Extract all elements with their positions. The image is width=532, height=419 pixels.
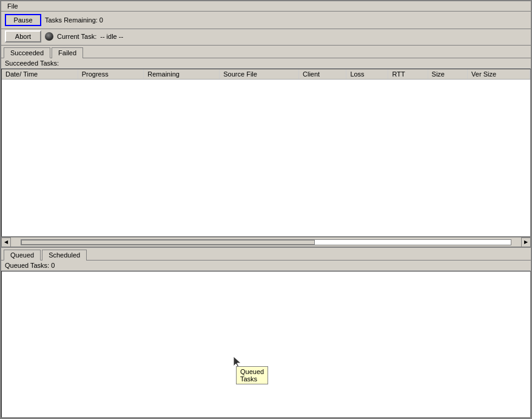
scrollbar-track[interactable] xyxy=(21,239,511,245)
lower-tabs-bar: Queued Scheduled xyxy=(1,248,531,261)
tooltip-queued-tasks: Queued Tasks xyxy=(236,366,268,384)
succeeded-table: Date/ Time Progress Remaining Source Fil… xyxy=(2,69,530,80)
col-source-file: Source File xyxy=(220,69,299,80)
col-ver-size: Ver Size xyxy=(468,69,530,80)
scroll-left-button[interactable]: ◀ xyxy=(1,237,11,247)
col-rtt: RTT xyxy=(388,69,428,80)
col-progress: Progress xyxy=(78,69,144,80)
col-loss: Loss xyxy=(346,69,388,80)
abort-toolbar: Abort Current Task: -- idle -- xyxy=(1,29,531,46)
svg-marker-0 xyxy=(234,356,241,367)
tasks-remaining-label: Tasks Remaining: 0 xyxy=(45,16,103,24)
tab-queued[interactable]: Queued xyxy=(4,250,41,261)
succeeded-tasks-title: Succeeded Tasks: xyxy=(1,58,531,69)
succeeded-table-container[interactable]: Date/ Time Progress Remaining Source Fil… xyxy=(1,69,531,237)
lower-panel: Queued Scheduled Queued Tasks: 0 Queued … xyxy=(1,248,531,418)
pause-button[interactable]: Pause xyxy=(5,14,41,26)
col-size: Size xyxy=(428,69,468,80)
tab-scheduled[interactable]: Scheduled xyxy=(42,250,87,261)
scrollbar-thumb[interactable] xyxy=(21,240,315,245)
upper-scrollbar[interactable]: ◀ ▶ xyxy=(1,237,531,247)
current-task-value: -- idle -- xyxy=(100,33,123,40)
current-task-prefix: Current Task: xyxy=(57,33,96,40)
queued-tasks-area[interactable]: Queued Tasks xyxy=(1,271,531,418)
main-window: File Pause Tasks Remaining: 0 Abort Curr… xyxy=(0,0,532,419)
file-menu[interactable]: File xyxy=(4,1,22,11)
queued-tasks-title: Queued Tasks: 0 xyxy=(1,261,531,271)
col-client: Client xyxy=(299,69,346,80)
upper-panel: Succeeded Failed Succeeded Tasks: Date/ … xyxy=(1,46,531,248)
cursor-area: Queued Tasks xyxy=(234,356,242,369)
tab-succeeded[interactable]: Succeeded xyxy=(4,47,50,58)
menu-bar: File xyxy=(1,1,531,12)
status-indicator-icon xyxy=(45,32,53,41)
scroll-right-button[interactable]: ▶ xyxy=(521,237,531,247)
main-content: Succeeded Failed Succeeded Tasks: Date/ … xyxy=(1,46,531,418)
upper-tabs-bar: Succeeded Failed xyxy=(1,46,531,58)
abort-button[interactable]: Abort xyxy=(5,30,41,43)
toolbar: Pause Tasks Remaining: 0 xyxy=(1,12,531,29)
col-datetime: Date/ Time xyxy=(2,69,78,80)
cursor-icon xyxy=(234,356,242,367)
tab-failed[interactable]: Failed xyxy=(52,47,83,58)
col-remaining: Remaining xyxy=(144,69,220,80)
